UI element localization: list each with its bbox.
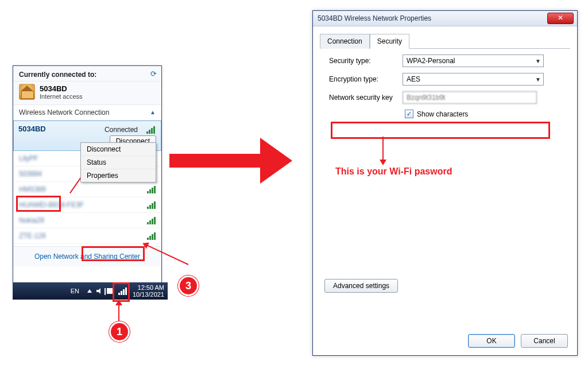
network-key-field[interactable]: Bzqn9t31b9t bbox=[403, 91, 537, 104]
tab-connection[interactable]: Connection bbox=[320, 34, 370, 49]
callout-1: 1 bbox=[109, 321, 130, 342]
current-network-name: 5034BD bbox=[40, 84, 83, 93]
connected-to-label: Currently connected to: bbox=[19, 71, 156, 79]
arrow-down-icon bbox=[382, 137, 384, 161]
tab-security[interactable]: Security bbox=[370, 34, 409, 49]
network-tray-icon[interactable] bbox=[118, 287, 127, 295]
home-network-icon bbox=[19, 84, 35, 100]
chevron-up-icon: ▲ bbox=[150, 109, 156, 115]
show-characters-label: Show characters bbox=[417, 110, 468, 118]
signal-icon bbox=[147, 232, 156, 240]
network-context-menu: Disconnect Status Properties bbox=[80, 142, 156, 182]
language-indicator[interactable]: EN bbox=[68, 287, 82, 295]
list-item[interactable]: HUAWEI-B818-FE3F bbox=[13, 197, 161, 213]
tray-expand-icon[interactable] bbox=[87, 289, 92, 293]
wireless-section-title[interactable]: Wireless Network Connection ▲ bbox=[13, 104, 161, 121]
close-icon[interactable]: ✕ bbox=[547, 13, 574, 24]
volume-icon[interactable] bbox=[96, 288, 102, 294]
wifi-password-caption: This is your Wi-Fi pasword bbox=[335, 166, 452, 177]
action-center-icon[interactable] bbox=[107, 288, 114, 294]
network-key-label: Network security key bbox=[329, 94, 403, 102]
ok-button[interactable]: OK bbox=[468, 334, 515, 348]
dialog-title: 5034BD Wireless Network Properties bbox=[318, 14, 431, 22]
dialog-titlebar[interactable]: 5034BD Wireless Network Properties ✕ bbox=[313, 11, 577, 26]
list-item[interactable]: ZTE-128 bbox=[13, 228, 161, 244]
refresh-icon[interactable]: ⟳ bbox=[150, 69, 157, 78]
current-network: 5034BD Internet access bbox=[13, 81, 161, 104]
network-flyout: Currently connected to: ⟳ 5034BD Interne… bbox=[13, 65, 162, 285]
signal-icon bbox=[147, 216, 156, 224]
clock-date: 10/13/2021 bbox=[133, 291, 164, 298]
advanced-settings-button[interactable]: Advanced settings bbox=[324, 279, 398, 293]
taskbar: EN 12:50 AM 10/13/2021 bbox=[13, 282, 168, 300]
ctx-status[interactable]: Status bbox=[81, 156, 156, 169]
dialog-tabs: Connection Security bbox=[320, 33, 570, 49]
callout-3: 3 bbox=[178, 275, 199, 296]
show-characters-checkbox[interactable]: ✓ bbox=[405, 110, 413, 118]
cancel-button[interactable]: Cancel bbox=[521, 334, 568, 348]
clock[interactable]: 12:50 AM 10/13/2021 bbox=[133, 284, 164, 298]
open-network-center-link[interactable]: Open Network and Sharing Center bbox=[13, 246, 161, 266]
selected-network-row[interactable]: 5034BD Connected Disconnect Disconnect S… bbox=[13, 121, 161, 151]
security-type-label: Security type: bbox=[329, 57, 403, 65]
signal-icon bbox=[146, 126, 155, 134]
arrow-up-icon bbox=[118, 304, 119, 321]
selected-ssid: 5034BD bbox=[18, 125, 46, 133]
arrow-right-icon bbox=[169, 138, 301, 184]
security-type-select[interactable]: WPA2-Personal bbox=[403, 55, 544, 67]
ctx-properties[interactable]: Properties bbox=[81, 169, 156, 182]
signal-icon bbox=[147, 185, 156, 193]
connected-status-text: Connected bbox=[105, 126, 138, 134]
ctx-disconnect[interactable]: Disconnect bbox=[81, 143, 156, 156]
list-item[interactable]: Nokia29 bbox=[13, 213, 161, 228]
list-item[interactable]: HMS389 bbox=[13, 182, 161, 197]
signal-icon bbox=[147, 201, 156, 209]
flyout-header: Currently connected to: ⟳ bbox=[13, 66, 161, 81]
current-network-status: Internet access bbox=[40, 93, 83, 100]
encryption-type-select[interactable]: AES bbox=[403, 73, 544, 86]
wireless-properties-dialog: 5034BD Wireless Network Properties ✕ Con… bbox=[312, 10, 578, 356]
system-tray bbox=[87, 287, 127, 295]
encryption-type-label: Encryption type: bbox=[329, 75, 403, 83]
clock-time: 12:50 AM bbox=[133, 284, 164, 291]
